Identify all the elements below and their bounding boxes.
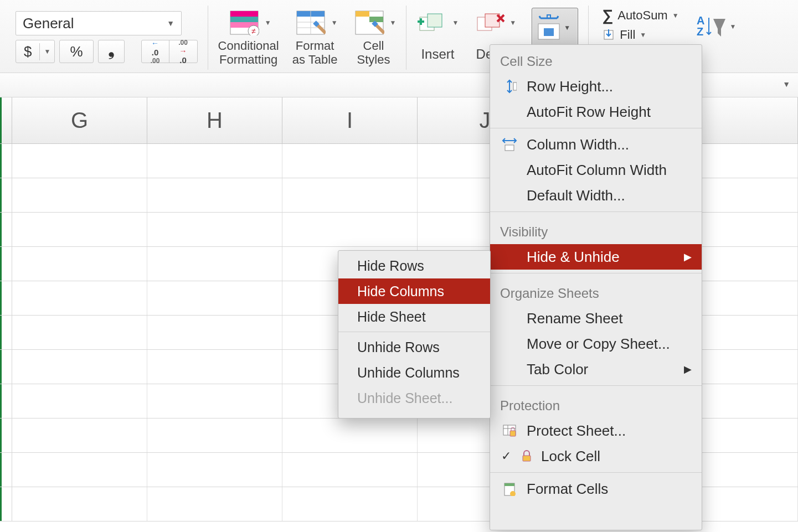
- cell[interactable]: [282, 144, 418, 178]
- cell[interactable]: [688, 213, 798, 246]
- cell[interactable]: [12, 453, 147, 487]
- column-header-label: G: [71, 108, 88, 133]
- submenu-unhide-columns[interactable]: Unhide Columns: [338, 360, 490, 385]
- increase-decimal-button[interactable]: ← .0 .00: [142, 40, 169, 63]
- number-group: General ▼ $ ▼ % ❟ ← .0 .00 .0: [16, 11, 198, 63]
- column-width-icon: [500, 137, 519, 152]
- cell[interactable]: [688, 281, 798, 315]
- cell[interactable]: [688, 144, 798, 178]
- cell[interactable]: [147, 384, 282, 418]
- menu-label: Default Width...: [527, 187, 692, 204]
- menu-label: Move or Copy Sheet...: [527, 335, 692, 353]
- cell[interactable]: [282, 213, 418, 246]
- column-header[interactable]: I: [282, 97, 418, 143]
- menu-label: Protect Sheet...: [527, 422, 692, 440]
- cell[interactable]: [12, 247, 147, 281]
- comma-style-button[interactable]: ❟: [98, 40, 125, 63]
- cell[interactable]: [147, 487, 282, 521]
- menu-lock-cell[interactable]: ✓ Lock Cell: [490, 443, 702, 469]
- column-header[interactable]: G: [12, 97, 147, 143]
- menu-rename-sheet[interactable]: Rename Sheet: [490, 306, 702, 331]
- svg-rect-13: [369, 17, 383, 22]
- cell[interactable]: [12, 419, 147, 452]
- cell[interactable]: [12, 178, 147, 212]
- decrease-decimal-button[interactable]: .00 → .0: [169, 40, 197, 63]
- menu-label: Row Height...: [527, 78, 692, 95]
- menu-label: Format Cells: [527, 481, 692, 498]
- column-header-label: H: [207, 108, 223, 133]
- cell[interactable]: [12, 213, 147, 246]
- cell[interactable]: [688, 453, 798, 487]
- cell[interactable]: [12, 281, 147, 315]
- column-header[interactable]: [688, 97, 798, 143]
- cell[interactable]: [147, 281, 282, 315]
- cell[interactable]: [147, 453, 282, 487]
- cell[interactable]: [282, 419, 418, 452]
- svg-rect-12: [356, 11, 369, 17]
- number-format-select[interactable]: General ▼: [16, 11, 182, 35]
- menu-protect-sheet[interactable]: Protect Sheet...: [490, 418, 702, 443]
- cell[interactable]: [12, 316, 147, 349]
- cell[interactable]: [688, 350, 798, 384]
- cell[interactable]: [12, 144, 147, 178]
- number-format-label: General: [23, 15, 74, 32]
- cell[interactable]: [147, 213, 282, 246]
- cell[interactable]: [688, 487, 798, 521]
- menu-autofit-column[interactable]: AutoFit Column Width: [490, 157, 702, 183]
- cell[interactable]: [147, 350, 282, 384]
- chevron-down-icon[interactable]: ▼: [40, 48, 54, 55]
- cell[interactable]: [688, 247, 798, 281]
- sort-filter-button[interactable]: AZ ▼: [694, 3, 737, 40]
- insert-button[interactable]: ▼ Insert: [416, 8, 459, 62]
- expand-formula-bar-icon[interactable]: ▼: [782, 80, 790, 89]
- cell[interactable]: [147, 144, 282, 178]
- protect-sheet-icon: [500, 424, 519, 437]
- menu-tab-color[interactable]: Tab Color ▶: [490, 357, 702, 382]
- column-header-label: J: [480, 108, 491, 133]
- cell[interactable]: [147, 316, 282, 349]
- cell[interactable]: [282, 178, 418, 212]
- submenu-hide-rows[interactable]: Hide Rows: [338, 253, 490, 278]
- cell-styles-button[interactable]: ▼ Cell Styles: [351, 8, 397, 67]
- format-as-table-button[interactable]: ▼ Format as Table: [292, 8, 338, 67]
- cell[interactable]: [147, 247, 282, 281]
- submenu-hide-sheet[interactable]: Hide Sheet: [338, 304, 490, 329]
- section-visibility: Visibility: [490, 215, 702, 244]
- cell[interactable]: [688, 384, 798, 418]
- section-cell-size: Cell Size: [490, 45, 702, 74]
- cell[interactable]: [147, 178, 282, 212]
- cell[interactable]: [688, 419, 798, 452]
- conditional-formatting-button[interactable]: ≠ ▼ Conditional Formatting: [218, 8, 279, 67]
- checkmark-icon: ✓: [500, 449, 512, 463]
- svg-rect-24: [505, 145, 514, 151]
- svg-rect-1: [230, 11, 258, 17]
- cell[interactable]: [282, 487, 418, 521]
- autosum-button[interactable]: ∑ AutoSum ▼: [602, 7, 678, 24]
- menu-format-cells[interactable]: Format Cells: [490, 476, 702, 502]
- currency-button[interactable]: $ ▼: [16, 40, 55, 63]
- chevron-down-icon: ▼: [265, 19, 271, 27]
- currency-label: $: [16, 43, 40, 60]
- cell[interactable]: [147, 419, 282, 452]
- cell[interactable]: [12, 350, 147, 384]
- menu-row-height[interactable]: Row Height...: [490, 74, 702, 99]
- column-header[interactable]: H: [147, 97, 282, 143]
- percent-button[interactable]: %: [59, 40, 93, 63]
- submenu-hide-columns[interactable]: Hide Columns: [338, 278, 490, 304]
- styles-group: ≠ ▼ Conditional Formatting ▼ Format as T…: [218, 3, 397, 67]
- cell[interactable]: [12, 384, 147, 418]
- cell[interactable]: [688, 178, 798, 212]
- menu-autofit-row[interactable]: AutoFit Row Height: [490, 99, 702, 125]
- svg-rect-15: [428, 14, 442, 27]
- section-protection: Protection: [490, 389, 702, 418]
- menu-column-width[interactable]: Column Width...: [490, 132, 702, 157]
- fill-button[interactable]: Fill ▼: [602, 28, 678, 42]
- cell[interactable]: [12, 487, 147, 521]
- cell[interactable]: [688, 316, 798, 349]
- format-button[interactable]: ▼: [532, 8, 578, 48]
- menu-hide-unhide[interactable]: Hide & Unhide ▶: [490, 244, 702, 270]
- menu-move-copy-sheet[interactable]: Move or Copy Sheet...: [490, 331, 702, 357]
- submenu-unhide-rows[interactable]: Unhide Rows: [338, 334, 490, 360]
- menu-default-width[interactable]: Default Width...: [490, 183, 702, 208]
- cell[interactable]: [282, 453, 418, 487]
